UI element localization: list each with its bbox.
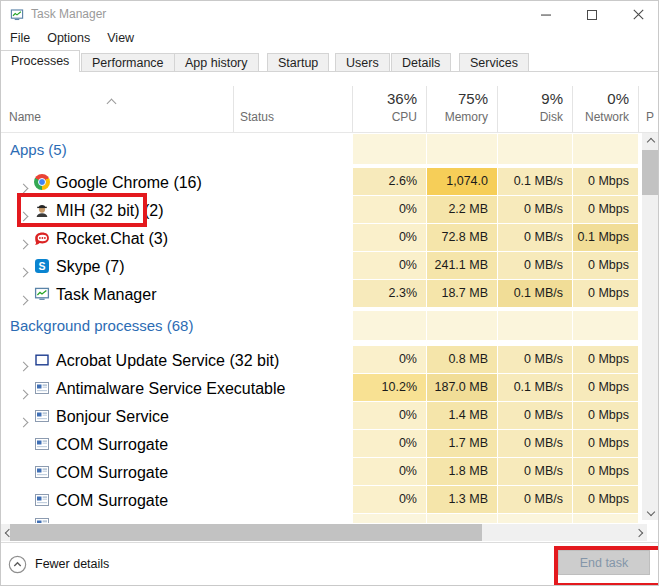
process-row[interactable]: Antimalware Service Executable10.2%187.0… [0, 374, 659, 402]
process-name: Task Manager [56, 286, 157, 304]
disk-cell: 0 MB/s [498, 224, 572, 251]
expand-chevron-icon[interactable] [20, 206, 27, 224]
tab-services[interactable]: Services [459, 53, 529, 71]
column-header-status[interactable]: Status [240, 110, 274, 124]
disk-cell: 0.1 MB/s [498, 374, 572, 401]
process-row[interactable]: COM Surrogate0%1.8 MB0 MB/s0 Mbps [0, 458, 659, 486]
network-cell [573, 134, 638, 164]
network-cell [573, 514, 638, 523]
tab-processes[interactable]: Processes [0, 50, 80, 72]
expand-chevron-icon[interactable] [20, 262, 27, 280]
process-name: Antimalware Service Executable [56, 380, 285, 398]
memory-cell: 187.0 MB [427, 374, 497, 401]
process-row[interactable]: COM Surrogate0%1.7 MB0 MB/s0 Mbps [0, 430, 659, 458]
minimize-button[interactable] [531, 4, 561, 25]
network-cell: 0 Mbps [573, 458, 638, 485]
column-header-name[interactable]: Name [9, 110, 41, 124]
tab-startup[interactable]: Startup [267, 53, 329, 71]
cpu-cell: 0% [353, 458, 426, 485]
process-row[interactable]: COM Surrogate0%1.3 MB0 MB/s0 Mbps [0, 486, 659, 514]
vertical-scrollbar[interactable] [642, 133, 659, 520]
cpu-cell: 0% [353, 346, 426, 373]
tab-users[interactable]: Users [335, 53, 390, 71]
process-row[interactable]: MIH (32 bit) (2)0%2.2 MB0 MB/s0 Mbps [0, 196, 659, 224]
cpu-total-percent: 36% [352, 90, 417, 107]
scroll-up-icon[interactable] [642, 133, 659, 150]
column-header-memory[interactable]: 75%Memory [426, 84, 497, 133]
process-group-header[interactable]: Apps (5) [10, 134, 67, 165]
memory-cell: 1.3 MB [427, 486, 497, 513]
horizontal-scrollbar-thumb[interactable] [10, 524, 482, 541]
maximize-icon [587, 10, 597, 20]
svg-text:S: S [38, 260, 45, 272]
expand-chevron-icon[interactable] [20, 356, 27, 374]
cpu-cell: 0% [353, 196, 426, 223]
memory-cell [427, 514, 497, 523]
chevron-up-circle-icon [8, 555, 27, 574]
disk-cell: 0 MB/s [498, 430, 572, 457]
process-row[interactable]: Rocket.Chat (3)0%72.8 MB0 MB/s0.1 Mbps [0, 224, 659, 252]
horizontal-scrollbar[interactable] [0, 524, 647, 541]
fewer-details-label: Fewer details [35, 557, 109, 571]
process-name: Acrobat Update Service (32 bit) [56, 352, 279, 370]
column-header-row: Name Status P 36%CPU75%Memory9%Disk0%Net… [0, 84, 659, 133]
network-cell: 0 Mbps [573, 346, 638, 373]
process-name: Bonjour Service [56, 408, 169, 426]
footer-bar: Fewer details End task [0, 543, 659, 586]
column-header-partial[interactable]: P [646, 110, 654, 124]
vertical-scrollbar-thumb[interactable] [642, 150, 659, 195]
process-table: Apps (5)Google Chrome (16)2.6%1,074.0 MB… [0, 133, 659, 524]
process-name: COM Surrogate [56, 492, 168, 510]
process-row[interactable]: Bonjour Service0%1.4 MB0 MB/s0 Mbps [0, 402, 659, 430]
minimize-icon [541, 10, 551, 20]
expand-chevron-icon[interactable] [20, 384, 27, 402]
generic-process-icon [34, 464, 50, 480]
process-name: MIH (32 bit) (2) [56, 202, 164, 220]
cpu-cell [353, 311, 426, 340]
spy-icon [34, 202, 50, 218]
column-header-cpu[interactable]: 36%CPU [352, 84, 426, 133]
disk-cell: 0 MB/s [498, 252, 572, 279]
column-separator [233, 86, 234, 132]
disk-cell: 0 MB/s [498, 196, 572, 223]
tab-performance[interactable]: Performance [81, 53, 175, 71]
process-group-header[interactable]: Background processes (68) [10, 311, 193, 341]
scroll-down-icon[interactable] [642, 503, 659, 520]
tab-app-history[interactable]: App history [174, 53, 259, 71]
column-header-network[interactable]: 0%Network [572, 84, 638, 133]
cpu-cell: 2.6% [353, 168, 426, 195]
disk-cell: 0 MB/s [498, 458, 572, 485]
process-row[interactable]: SSkype (7)0%241.1 MB0 MB/s0 Mbps [0, 252, 659, 280]
skype-icon: S [34, 258, 50, 274]
menu-item-file[interactable]: File [8, 28, 32, 48]
expand-chevron-icon[interactable] [20, 234, 27, 252]
network-cell: 0 Mbps [573, 168, 638, 195]
expand-chevron-icon[interactable] [20, 290, 27, 308]
tab-details[interactable]: Details [391, 53, 451, 71]
network-cell: 0 Mbps [573, 280, 638, 307]
close-button[interactable] [623, 4, 653, 25]
generic-process-icon [34, 408, 50, 424]
column-separator [638, 86, 639, 132]
chrome-icon [34, 174, 50, 190]
expand-chevron-icon[interactable] [20, 178, 27, 196]
process-row[interactable]: Acrobat Update Service (32 bit)0%0.8 MB0… [0, 346, 659, 374]
generic-process-icon [34, 516, 50, 523]
process-row[interactable]: Task Manager2.3%18.7 MB0.1 MB/s0 Mbps [0, 280, 659, 308]
menu-item-options[interactable]: Options [45, 28, 92, 48]
column-header-disk[interactable]: 9%Disk [497, 84, 572, 133]
cpu-cell: 0% [353, 402, 426, 429]
disk-cell: 0.1 MB/s [498, 280, 572, 307]
maximize-button[interactable] [577, 4, 607, 25]
window-title: Task Manager [31, 7, 106, 21]
menu-item-view[interactable]: View [105, 28, 136, 48]
network-column-label: Network [572, 110, 629, 124]
memory-cell: 1,074.0 MB [427, 168, 497, 195]
cpu-cell: 0% [353, 486, 426, 513]
process-row[interactable]: Google Chrome (16)2.6%1,074.0 MB0.1 MB/s… [0, 168, 659, 196]
end-task-button[interactable]: End task [558, 550, 650, 575]
scroll-right-icon[interactable] [630, 524, 647, 541]
generic-process-icon [34, 380, 50, 396]
expand-chevron-icon[interactable] [20, 412, 27, 430]
fewer-details-toggle[interactable]: Fewer details [8, 553, 109, 575]
